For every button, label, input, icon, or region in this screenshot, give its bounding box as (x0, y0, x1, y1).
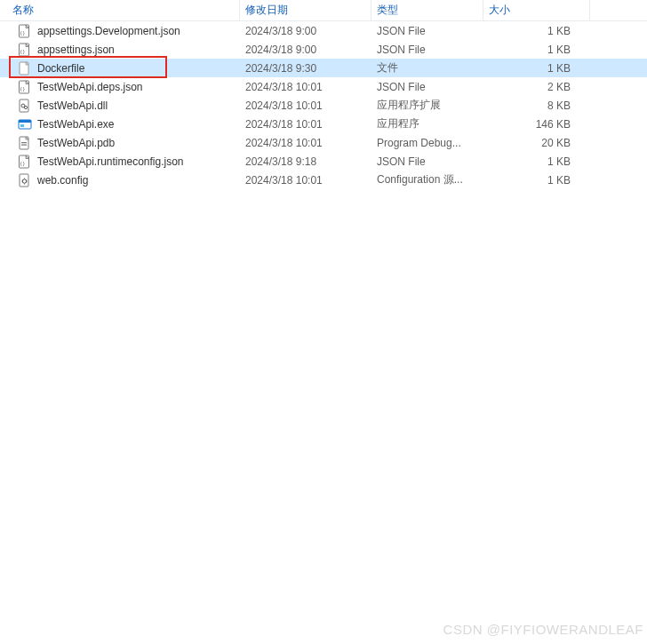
file-size: 1 KB (483, 44, 576, 56)
column-header-name[interactable]: 名称 (0, 0, 240, 20)
file-date: 2024/3/18 10:01 (240, 99, 371, 112)
file-row[interactable]: TestWebApi.runtimeconfig.json2024/3/18 9… (0, 152, 647, 171)
column-header-row: 名称 修改日期 类型 大小 (0, 0, 647, 21)
file-date: 2024/3/18 9:00 (240, 25, 371, 37)
file-type: 应用程序扩展 (371, 98, 483, 113)
file-size: 1 KB (483, 25, 576, 37)
file-type: JSON File (371, 81, 483, 93)
file-name: TestWebApi.dll (37, 99, 108, 112)
file-type: 应用程序 (371, 116, 483, 131)
column-header-type[interactable]: 类型 (371, 0, 483, 20)
column-header-name-label: 名称 (12, 3, 34, 18)
dll-file-icon (18, 99, 32, 113)
file-size: 20 KB (483, 137, 576, 149)
column-header-size[interactable]: 大小 (483, 0, 590, 20)
json-file-icon (18, 43, 32, 57)
file-size: 1 KB (483, 174, 576, 187)
file-list: appsettings.Development.json2024/3/18 9:… (0, 21, 647, 189)
file-date: 2024/3/18 10:01 (240, 81, 371, 93)
file-row[interactable]: Dockerfile2024/3/18 9:30文件1 KB (0, 59, 647, 77)
file-row[interactable]: TestWebApi.dll2024/3/18 10:01应用程序扩展8 KB (0, 96, 647, 115)
file-date: 2024/3/18 10:01 (240, 174, 371, 187)
file-size: 1 KB (483, 62, 576, 75)
column-header-date-label: 修改日期 (245, 3, 288, 18)
file-date: 2024/3/18 9:00 (240, 44, 371, 56)
column-header-size-label: 大小 (489, 3, 510, 18)
exe-file-icon (18, 117, 32, 131)
config-file-icon (18, 173, 32, 187)
file-type: Configuration 源... (371, 172, 483, 187)
file-name: TestWebApi.runtimeconfig.json (37, 155, 184, 168)
json-file-icon (18, 80, 32, 94)
file-row[interactable]: web.config2024/3/18 10:01Configuration 源… (0, 171, 647, 189)
file-name: appsettings.Development.json (37, 25, 180, 37)
file-date: 2024/3/18 9:18 (240, 155, 371, 168)
file-type: JSON File (371, 44, 483, 56)
file-row[interactable]: TestWebApi.pdb2024/3/18 10:01Program Deb… (0, 133, 647, 152)
file-name: TestWebApi.pdb (37, 137, 115, 149)
json-file-icon (18, 24, 32, 38)
column-header-date[interactable]: 修改日期 (240, 0, 371, 20)
file-name: appsettings.json (37, 44, 115, 56)
watermark-text: CSDN @FIYFIOWERANDLEAF (443, 622, 643, 637)
file-date: 2024/3/18 10:01 (240, 118, 371, 131)
file-type: 文件 (371, 60, 483, 76)
file-row[interactable]: TestWebApi.exe2024/3/18 10:01应用程序146 KB (0, 115, 647, 133)
file-row[interactable]: appsettings.Development.json2024/3/18 9:… (0, 21, 647, 40)
file-date: 2024/3/18 10:01 (240, 137, 371, 149)
pdb-file-icon (18, 136, 32, 150)
file-name: TestWebApi.exe (37, 118, 115, 131)
file-type: Program Debug... (371, 137, 483, 149)
file-size: 1 KB (483, 155, 576, 168)
file-row[interactable]: TestWebApi.deps.json2024/3/18 10:01JSON … (0, 77, 647, 96)
file-size: 8 KB (483, 99, 576, 112)
file-date: 2024/3/18 9:30 (240, 62, 371, 75)
file-row[interactable]: appsettings.json2024/3/18 9:00JSON File1… (0, 40, 647, 59)
file-type: JSON File (371, 25, 483, 37)
blank-file-icon (18, 61, 32, 76)
file-name: web.config (37, 174, 88, 187)
json-file-icon (18, 155, 32, 169)
column-header-type-label: 类型 (377, 3, 398, 18)
file-size: 146 KB (483, 118, 576, 131)
file-name: TestWebApi.deps.json (37, 81, 143, 93)
file-name: Dockerfile (37, 62, 84, 75)
file-size: 2 KB (483, 81, 576, 93)
file-type: JSON File (371, 155, 483, 168)
